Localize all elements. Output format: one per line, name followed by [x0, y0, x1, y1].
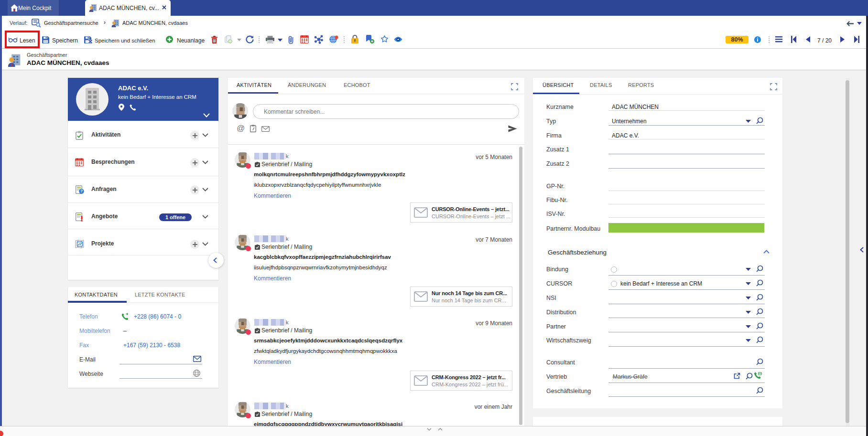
svg-text:?: ? — [80, 189, 83, 193]
